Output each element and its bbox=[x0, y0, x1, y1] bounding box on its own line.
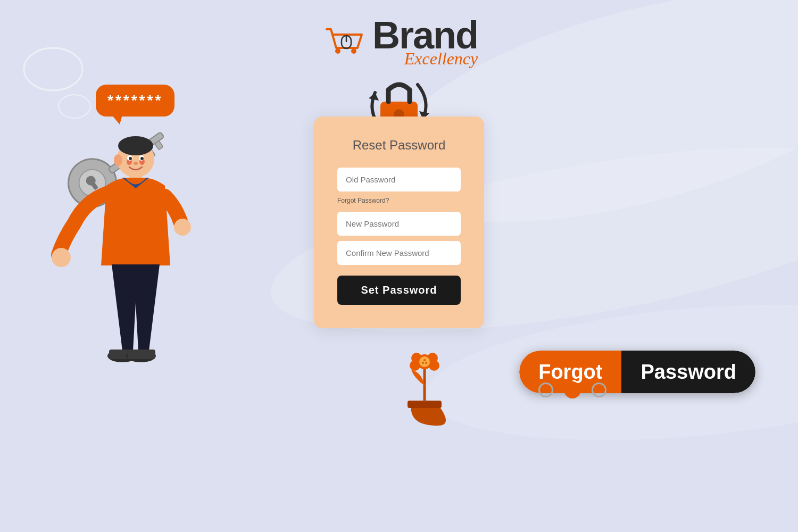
svg-point-32 bbox=[140, 157, 144, 160]
set-password-button[interactable]: Set Password bbox=[337, 276, 461, 305]
dots-row bbox=[538, 381, 606, 398]
middle-section: ******* bbox=[0, 74, 798, 446]
svg-rect-26 bbox=[128, 350, 155, 359]
dot-3 bbox=[592, 383, 606, 397]
svg-point-9 bbox=[351, 48, 356, 54]
page-container: Brand Excellency ******* bbox=[0, 0, 798, 532]
password-text: Password bbox=[621, 351, 755, 393]
excellency-text: Excellency bbox=[404, 49, 478, 69]
svg-point-22 bbox=[174, 219, 191, 236]
flower-illustration bbox=[393, 343, 456, 430]
svg-point-48 bbox=[422, 362, 424, 364]
logo-area: Brand Excellency bbox=[0, 0, 798, 69]
logo-wrapper: Brand Excellency bbox=[320, 16, 478, 69]
svg-point-49 bbox=[425, 362, 427, 364]
svg-point-47 bbox=[423, 359, 426, 361]
dot-1 bbox=[538, 383, 553, 397]
new-password-input[interactable] bbox=[337, 212, 461, 236]
svg-point-44 bbox=[410, 360, 420, 371]
svg-point-19 bbox=[114, 154, 122, 166]
form-title: Reset Password bbox=[337, 138, 461, 153]
svg-point-30 bbox=[129, 157, 132, 160]
svg-point-21 bbox=[52, 248, 71, 267]
svg-point-33 bbox=[134, 162, 138, 165]
dot-2 bbox=[564, 381, 581, 398]
svg-point-8 bbox=[335, 48, 340, 54]
forgot-password-link[interactable]: Forgot Password? bbox=[337, 197, 461, 204]
illustration-left: ******* bbox=[32, 85, 218, 404]
confirm-password-input[interactable] bbox=[337, 241, 461, 265]
svg-point-46 bbox=[419, 356, 430, 367]
person-illustration bbox=[32, 95, 202, 404]
svg-point-45 bbox=[429, 360, 439, 371]
svg-point-18 bbox=[118, 136, 153, 155]
old-password-input[interactable] bbox=[337, 168, 461, 192]
form-card: Reset Password Forgot Password? Set Pass… bbox=[314, 117, 484, 328]
flower-svg bbox=[393, 343, 456, 428]
cart-icon bbox=[320, 24, 368, 61]
